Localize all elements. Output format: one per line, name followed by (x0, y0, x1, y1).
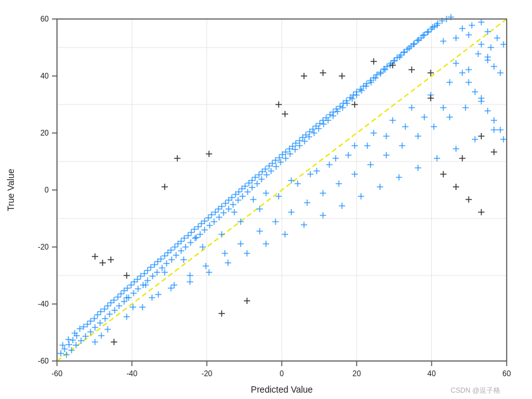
x-tick-20: 20 (353, 369, 362, 378)
x-tick-60: 60 (502, 369, 511, 378)
x-tick-0: 0 (280, 369, 284, 378)
x-tick-minus60: -60 (51, 369, 63, 378)
x-tick-minus40: -40 (127, 369, 138, 378)
watermark: CSDN @逗子格 (451, 386, 500, 394)
x-tick-40: 40 (428, 369, 436, 378)
x-axis-label: Predicted Value (251, 384, 313, 395)
x-tick-minus20: -20 (201, 369, 213, 378)
y-tick-minus20: -20 (38, 243, 49, 251)
y-tick-0: 0 (44, 186, 49, 194)
y-axis-label: True Value (6, 168, 16, 211)
y-tick-minus60: -60 (38, 357, 49, 365)
y-tick-20: 20 (41, 129, 49, 137)
y-tick-40: 40 (41, 72, 49, 80)
y-tick-minus40: -40 (38, 300, 49, 308)
chart-container: -60 -40 -20 0 20 40 60 -60 -40 -20 0 20 … (0, 0, 532, 399)
y-tick-60: 60 (41, 15, 49, 23)
